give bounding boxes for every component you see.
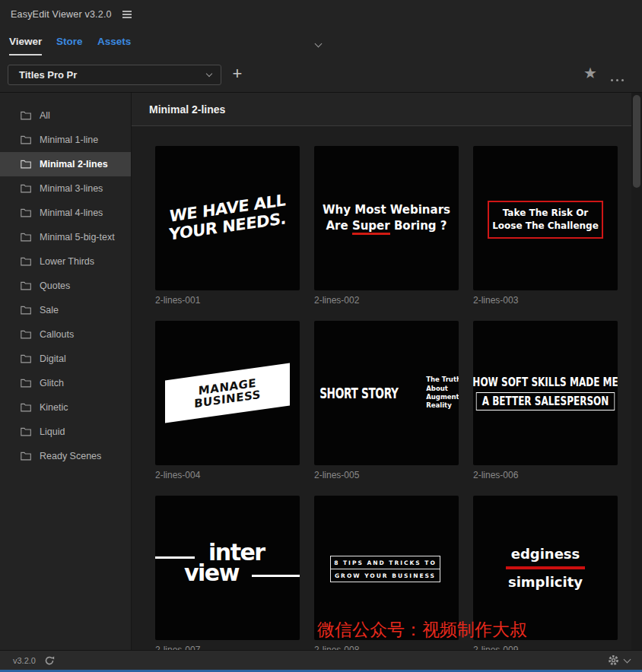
preset-thumbnail-2-lines-007[interactable]: inter view — [155, 496, 300, 640]
sidebar-item-sale[interactable]: Sale — [0, 298, 131, 322]
sidebar-item-minimal-2-lines[interactable]: Minimal 2-lines — [0, 152, 131, 176]
content-header: Minimal 2-lines — [132, 93, 642, 126]
app-title: EasyEdit Viewer v3.2.0 — [11, 9, 112, 20]
sidebar-item-glitch[interactable]: Glitch — [0, 371, 131, 395]
folder-icon — [21, 184, 31, 193]
folder-icon — [21, 257, 31, 266]
tab-store[interactable]: Store — [56, 36, 83, 54]
preset-cell: Take The Risk Or Loose The Challenge 2-l… — [473, 146, 618, 306]
preset-cell: HOW SOFT SKILLS MADE ME A BETTER SALESPE… — [473, 321, 618, 480]
sidebar-item-quotes[interactable]: Quotes — [0, 274, 131, 298]
preset-thumbnail-2-lines-001[interactable]: WE HAVE ALL YOUR NEEDS. — [155, 146, 300, 290]
folder-icon — [21, 403, 31, 412]
preset-grid-panel: Minimal 2-lines WE HAVE ALL YOUR NEEDS. … — [132, 93, 642, 650]
sidebar-item-all[interactable]: All — [0, 103, 131, 128]
watermark-text: 微信公众号：视频制作大叔 — [317, 618, 527, 642]
preset-thumbnail-2-lines-004[interactable]: MANAGE BUSINESS — [155, 321, 300, 465]
preset-label: 2-lines-008 — [314, 645, 459, 650]
folder-icon — [21, 111, 31, 120]
preset-cell: SHORT STORY The Truth AboutAugmented Rea… — [314, 321, 459, 480]
settings-gear-icon[interactable] — [607, 654, 620, 667]
sidebar-item-minimal-1-line[interactable]: Minimal 1-line — [0, 128, 131, 152]
preset-label: 2-lines-002 — [314, 295, 459, 306]
folder-icon — [21, 330, 31, 339]
preset-cell: inter view 2-lines-007 — [155, 496, 300, 650]
preset-label: 2-lines-004 — [155, 470, 300, 480]
folder-icon — [21, 233, 31, 242]
chevron-down-icon[interactable] — [315, 40, 323, 48]
preset-thumbnail-2-lines-006[interactable]: HOW SOFT SKILLS MADE ME A BETTER SALESPE… — [473, 321, 618, 465]
sidebar-item-ready-scenes[interactable]: Ready Scenes — [0, 444, 131, 468]
preset-label: 2-lines-006 — [473, 470, 618, 480]
sidebar-item-digital[interactable]: Digital — [0, 347, 131, 371]
preset-label: 2-lines-007 — [155, 645, 300, 650]
preset-thumbnail-2-lines-002[interactable]: Why Most Webinars Are Super Boring ? — [314, 146, 459, 290]
favorite-star-icon[interactable]: ★ — [583, 64, 597, 82]
chevron-down-icon[interactable] — [624, 655, 631, 663]
preset-label: 2-lines-001 — [155, 295, 300, 306]
preset-label: 2-lines-005 — [314, 470, 459, 480]
refresh-icon[interactable] — [44, 655, 55, 666]
folder-icon — [21, 354, 31, 363]
preset-dropdown-value: Titles Pro Pr — [19, 69, 207, 81]
preset-thumbnail-2-lines-005[interactable]: SHORT STORY The Truth AboutAugmented Rea… — [314, 321, 459, 465]
folder-icon — [21, 281, 31, 290]
vertical-scrollbar[interactable] — [631, 93, 642, 650]
preset-cell: Why Most Webinars Are Super Boring ? 2-l… — [314, 146, 459, 306]
folder-icon — [21, 306, 31, 315]
folder-icon — [21, 160, 31, 169]
thumbnail-grid: WE HAVE ALL YOUR NEEDS. 2-lines-001 Why … — [155, 126, 618, 650]
sidebar-item-minimal-3-lines[interactable]: Minimal 3-lines — [0, 176, 131, 201]
tab-viewer[interactable]: Viewer — [9, 36, 42, 55]
scrollbar-thumb[interactable] — [633, 95, 640, 188]
sidebar-item-lower-thirds[interactable]: Lower Thirds — [0, 249, 131, 274]
folder-icon — [21, 452, 31, 461]
folder-icon — [21, 208, 31, 217]
preset-label: 2-lines-003 — [473, 295, 618, 306]
toolbar: Titles Pro Pr + ★ — [0, 61, 642, 92]
tab-assets[interactable]: Assets — [97, 36, 131, 54]
sidebar-item-minimal-4-lines[interactable]: Minimal 4-lines — [0, 201, 131, 225]
sidebar-item-minimal-5-big-text[interactable]: Minimal 5-big-text — [0, 225, 131, 249]
folder-icon — [21, 379, 31, 388]
preset-cell: MANAGE BUSINESS 2-lines-004 — [155, 321, 300, 480]
title-bar: EasyEdit Viewer v3.2.0 — [0, 0, 642, 29]
hamburger-menu-icon[interactable] — [122, 11, 132, 18]
chevron-down-icon — [206, 71, 212, 77]
sidebar-item-kinetic[interactable]: Kinetic — [0, 395, 131, 420]
preset-thumbnail-2-lines-003[interactable]: Take The Risk Or Loose The Challenge — [473, 146, 618, 290]
add-preset-button[interactable]: + — [229, 62, 246, 85]
sidebar-item-liquid[interactable]: Liquid — [0, 420, 131, 444]
folder-icon — [21, 135, 31, 144]
preset-cell: WE HAVE ALL YOUR NEEDS. 2-lines-001 — [155, 146, 300, 306]
preset-label: 2-lines-009 — [473, 645, 618, 650]
category-title: Minimal 2-lines — [149, 103, 225, 116]
folder-icon — [21, 427, 31, 436]
version-label: v3.2.0 — [13, 656, 36, 665]
preset-dropdown[interactable]: Titles Pro Pr — [8, 65, 221, 85]
status-bar: v3.2.0 — [0, 650, 642, 670]
more-options-icon[interactable] — [608, 71, 624, 84]
tab-bar: Viewer Store Assets — [0, 29, 642, 61]
sidebar-item-callouts[interactable]: Callouts — [0, 322, 131, 347]
category-sidebar: All Minimal 1-line Minimal 2-lines Minim… — [0, 93, 131, 650]
